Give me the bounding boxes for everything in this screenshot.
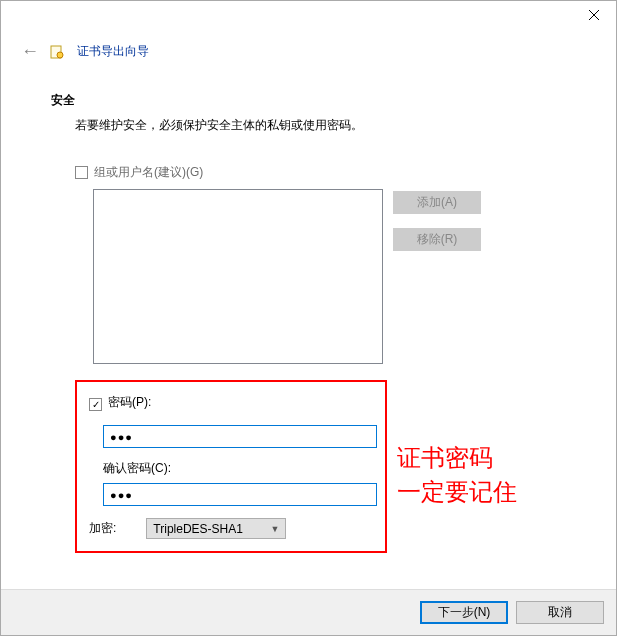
confirm-password-label: 确认密码(C):	[103, 460, 373, 477]
add-button: 添加(A)	[393, 191, 481, 214]
annotation-text: 证书密码 一定要记住	[397, 441, 517, 508]
wizard-title: 证书导出向导	[77, 43, 149, 60]
group-users-listbox	[93, 189, 383, 364]
certificate-icon	[49, 44, 65, 60]
password-label: 密码(P):	[108, 394, 151, 411]
encryption-select[interactable]: TripleDES-SHA1 ▼	[146, 518, 286, 539]
password-section-highlight: 密码(P): ●●● 确认密码(C): ●●● 加密: TripleDES-SH…	[75, 380, 387, 553]
group-users-label: 组或用户名(建议)(G)	[94, 164, 203, 181]
password-input[interactable]: ●●●	[103, 425, 377, 448]
chevron-down-icon: ▼	[270, 524, 279, 534]
cancel-button[interactable]: 取消	[516, 601, 604, 624]
back-button[interactable]: ←	[21, 41, 37, 62]
security-heading: 安全	[51, 92, 566, 109]
svg-point-3	[57, 52, 63, 58]
security-description: 若要维护安全，必须保护安全主体的私钥或使用密码。	[51, 117, 566, 134]
close-button[interactable]	[571, 1, 616, 29]
confirm-password-input[interactable]: ●●●	[103, 483, 377, 506]
encryption-label: 加密:	[89, 520, 116, 537]
next-button[interactable]: 下一步(N)	[420, 601, 508, 624]
group-users-checkbox[interactable]	[75, 166, 88, 179]
remove-button: 移除(R)	[393, 228, 481, 251]
password-checkbox[interactable]	[89, 398, 102, 411]
